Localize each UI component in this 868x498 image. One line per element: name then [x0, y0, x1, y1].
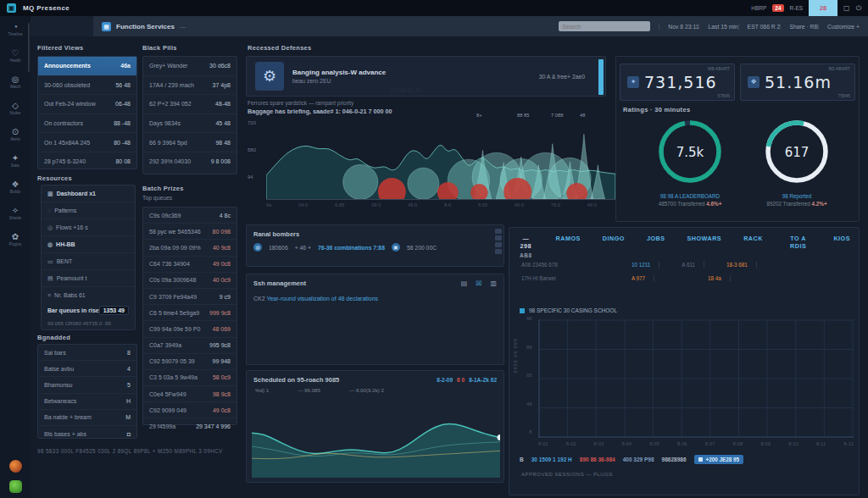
stat-card-1[interactable]: ✦ 731,516 MB ABART 57845 — [620, 64, 735, 101]
signal-row[interactable]: Ba natde + bream M — [38, 410, 136, 426]
filtered-view-row[interactable]: Announcements 46a — [38, 57, 136, 76]
toolbar-menu-item[interactable]: EST 086 R 2 — [738, 24, 781, 30]
main-area-chart[interactable]: 720 580 94 8+ 88 85 7 088 48 9a04:06-850… — [248, 119, 605, 213]
resource-row[interactable]: ≡Nr. Babs 61 — [42, 287, 135, 303]
footer-chip-button[interactable]: +200 JE28 95 — [694, 455, 743, 464]
right-stats-panel: ✦ 731,516 MB ABART 57845 ❖ 51.16m BD ABA… — [615, 56, 860, 222]
close-box-icon[interactable]: ☒ — [476, 279, 481, 287]
filtered-view-row[interactable]: 28 p745 6-3240 80 08 — [38, 152, 136, 171]
green-app-icon[interactable] — [9, 480, 22, 493]
resource-row[interactable]: ◎Flows +16 s — [42, 219, 135, 236]
ranal-panel: Ranal bombers ◍ 180606 + 46 + 76-36 comb… — [246, 224, 504, 267]
power-icon[interactable]: ⏻ — [856, 4, 861, 13]
filtered-view-row[interactable]: Out Feb-24 window 06-48 — [38, 95, 136, 114]
toolbar-menu-item[interactable]: Nov 8 23:11 — [659, 24, 698, 30]
detail-tab[interactable]: KIOS — [833, 235, 850, 245]
search-input[interactable] — [559, 21, 650, 31]
browser-app-icon[interactable] — [9, 460, 22, 473]
signal-row[interactable]: Sai bars 8 — [38, 345, 136, 361]
pill-row[interactable]: 62 P+2 394 052 48-48 — [143, 95, 236, 114]
detail-row-2[interactable]: 17H HI Barwel A 977 18 4a — [521, 275, 847, 281]
panel-scrollbar[interactable] — [495, 229, 502, 254]
batch-row[interactable]: C92 9099 049 49 0c8 — [143, 402, 236, 418]
status-text-2: R-ES — [790, 5, 804, 11]
detail-tab[interactable]: TO A RDIS — [785, 235, 812, 252]
detail-row-1[interactable]: A06 23456 678 10 1211 A 611 18-3 681 — [521, 262, 847, 268]
sidebar-item[interactable]: ◇ Nodes — [0, 95, 31, 121]
batch-row[interactable]: C3 5 03a 5 9w49a 58 0c9 — [143, 370, 236, 386]
wave-chart-svg[interactable] — [252, 403, 500, 478]
batch-row[interactable]: C9s 09c369 4 8c — [143, 208, 236, 224]
grid-x-tick: 8-03 — [594, 441, 604, 446]
batch-row[interactable]: C64 736 34904 49 0c8 — [143, 257, 236, 273]
card-scrollbar[interactable] — [598, 59, 604, 95]
signal-row[interactable]: Bhamonsu 5 — [38, 377, 136, 393]
filtered-view-row[interactable]: On 1 45x84A 245 80 -48 — [38, 133, 136, 152]
grid-view-icon[interactable]: ▤ — [461, 279, 468, 287]
stat-card-2[interactable]: ❖ 51.16m BD ABART 75845 — [740, 64, 855, 101]
signal-row[interactable]: Betwaneacs H — [38, 394, 136, 410]
detail-tab[interactable]: — 298 AB8 — [518, 235, 534, 258]
pill-row[interactable]: 17A4 / 239 mach 37 4p8 — [143, 76, 236, 96]
pill-row[interactable]: Days 9834s 45 48 — [143, 114, 236, 134]
batch-row[interactable]: C6 5 time4 5e9ga9 999 9c8 — [143, 305, 236, 321]
donut-1[interactable]: 7.5k 98 98 A LEADERBOARD 485700 Transfer… — [635, 116, 745, 207]
ranal-text-1[interactable]: 180606 — [269, 245, 288, 251]
batch-row[interactable]: C92 59079 05 39 99 948 — [143, 354, 236, 370]
sidebar-item[interactable]: ◔ Timeline — [0, 16, 31, 42]
batch-row[interactable]: C0s 09a 3009648 40 0c9 — [143, 273, 236, 289]
pill-row[interactable]: 292 39% 04030 9 8 008 — [143, 152, 236, 171]
columns-icon[interactable]: ▥ — [490, 279, 497, 287]
chart-legend[interactable]: 98 SPECIFIC 30 CASING SCHOOL — [520, 307, 617, 313]
signal-row[interactable]: Batse avbu 4 — [38, 361, 136, 377]
donut-2[interactable]: 617 98 Reported 89202 Transferred 4.2%+ — [742, 116, 852, 207]
notification-count-button[interactable]: 28 — [809, 0, 837, 16]
batch-row[interactable]: C9 3709 Fe94a49 9 c9 — [143, 289, 236, 305]
resource-row[interactable]: ▤Peamount t — [42, 270, 135, 287]
donut-2-link[interactable]: 98 Reported — [742, 193, 852, 199]
batch-row[interactable]: C99 94a 09e 59 P0 48 069 — [143, 321, 236, 337]
resource-row[interactable]: ◍HH-BB — [42, 236, 135, 253]
batch-row[interactable]: C0e4 5Fw949 98 9c8 — [143, 386, 236, 402]
grid-chart[interactable] — [538, 319, 854, 441]
batch-row[interactable]: C0a7 3949a 995 9c8 — [143, 338, 236, 354]
ranal-mid-strong[interactable]: 76-36 combinations 7:88 — [318, 245, 385, 251]
detail-tab[interactable]: DINGO — [603, 235, 625, 245]
batch-row[interactable]: 29 f4599a 29 347 4 996 — [143, 418, 236, 434]
window-icon[interactable]: ▢ — [843, 4, 850, 12]
detail-tab[interactable]: JOBS — [647, 235, 665, 245]
sidebar-item[interactable]: ♡ Health — [0, 42, 31, 69]
sidebar-item[interactable]: ✧ Shards — [0, 200, 31, 226]
pill-row[interactable]: 66 9 3964 5pd 98 48 — [143, 133, 236, 152]
ranal-text-2[interactable]: 58 200 00C — [407, 245, 437, 251]
toolbar-menu-item[interactable]: Customize + — [818, 24, 860, 30]
sidebar-item[interactable]: ✿ Plugins — [0, 226, 31, 252]
batch-row[interactable]: 2ba 09a 09 09 09% 40 9c8 — [143, 240, 236, 256]
pill-row[interactable]: Grey+ Wander 30 d6c8 — [143, 57, 236, 76]
grid-y-tick: 68 — [526, 373, 531, 378]
toolbar-menu-item[interactable]: Last 15 min — [698, 24, 737, 30]
filtered-view-row[interactable]: 30-060 obsoleted 56 48 — [38, 76, 136, 96]
sidebar-item[interactable]: ⊙ Alerts — [0, 121, 31, 147]
x-tick: 04:0 — [298, 202, 308, 208]
alert-badge[interactable]: 24 — [772, 4, 783, 12]
queue-badge-row[interactable]: Bar queues in rise 1353 49 — [42, 303, 135, 318]
resource-row[interactable]: ▭BENT — [42, 253, 135, 270]
sidebar-item[interactable]: ◎ Watch — [0, 69, 31, 95]
detail-tab[interactable]: SHOWARS — [687, 235, 721, 245]
resource-row[interactable]: ▣Dashboard x1 — [42, 185, 135, 202]
filtered-view-row[interactable]: On contractors 88 -48 — [38, 114, 136, 134]
detail-tab[interactable]: RAMOS — [556, 235, 581, 245]
toolbar-menu-item[interactable]: Share · RB — [780, 24, 818, 30]
detail-tab[interactable]: RACK — [743, 235, 763, 245]
batch-row[interactable]: 58 pyc we 5465346 80 098 — [143, 224, 236, 240]
sidebar-item[interactable]: ✦ Stats — [0, 147, 31, 174]
sidebar-scrollbar[interactable] — [28, 23, 30, 72]
sidebar-item[interactable]: ❖ Builds — [0, 174, 31, 200]
donut-1-link[interactable]: 98 98 A LEADERBOARD — [635, 193, 745, 199]
signal-row[interactable]: Bts bases + abs ◘ — [38, 426, 136, 441]
sidebar-item-label: Watch — [10, 85, 21, 89]
resource-row[interactable]: ◌Patterns — [42, 202, 135, 219]
ssh-link[interactable]: Year-round visualization of 48 declarati… — [266, 296, 378, 302]
analysis-card[interactable]: ⚙ Banging analysis-W advance beau zero 2… — [246, 56, 606, 97]
